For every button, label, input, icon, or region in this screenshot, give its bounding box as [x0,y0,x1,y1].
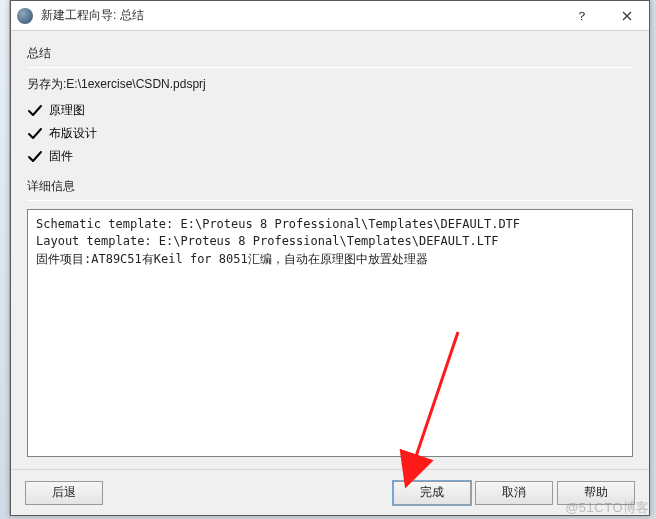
dialog-window: 新建工程向导: 总结 总结 另存为:E:\1exercise\CSDN.pdsp… [10,0,650,516]
save-as-prefix: 另存为 [27,77,63,91]
check-icon [27,149,43,165]
divider [27,200,633,201]
check-icon [27,126,43,142]
summary-heading: 总结 [27,45,633,62]
check-label: 原理图 [49,102,85,119]
finish-button[interactable]: 完成 [393,481,471,505]
window-title: 新建工程向导: 总结 [41,7,559,24]
check-icon [27,103,43,119]
close-icon [622,11,632,21]
spacer [27,168,633,178]
titlebar: 新建工程向导: 总结 [11,1,649,31]
cancel-button[interactable]: 取消 [475,481,553,505]
back-button[interactable]: 后退 [25,481,103,505]
background-stripe [0,0,10,519]
window-controls [559,1,649,30]
help-dialog-button[interactable]: 帮助 [557,481,635,505]
check-label: 固件 [49,148,73,165]
help-button[interactable] [559,1,604,30]
check-schematic: 原理图 [27,102,633,119]
details-heading: 详细信息 [27,178,633,195]
check-layout: 布版设计 [27,125,633,142]
app-icon [17,8,33,24]
save-as-line: 另存为:E:\1exercise\CSDN.pdsprj [27,76,633,93]
close-button[interactable] [604,1,649,30]
button-row: 后退 完成 取消 帮助 [11,469,649,515]
check-firmware: 固件 [27,148,633,165]
dialog-content: 总结 另存为:E:\1exercise\CSDN.pdsprj 原理图 布版设计… [11,31,649,469]
details-textbox[interactable]: Schematic template: E:\Proteus 8 Profess… [27,209,633,457]
check-label: 布版设计 [49,125,97,142]
help-icon [577,11,587,21]
divider [27,67,633,68]
save-as-path: E:\1exercise\CSDN.pdsprj [66,77,205,91]
